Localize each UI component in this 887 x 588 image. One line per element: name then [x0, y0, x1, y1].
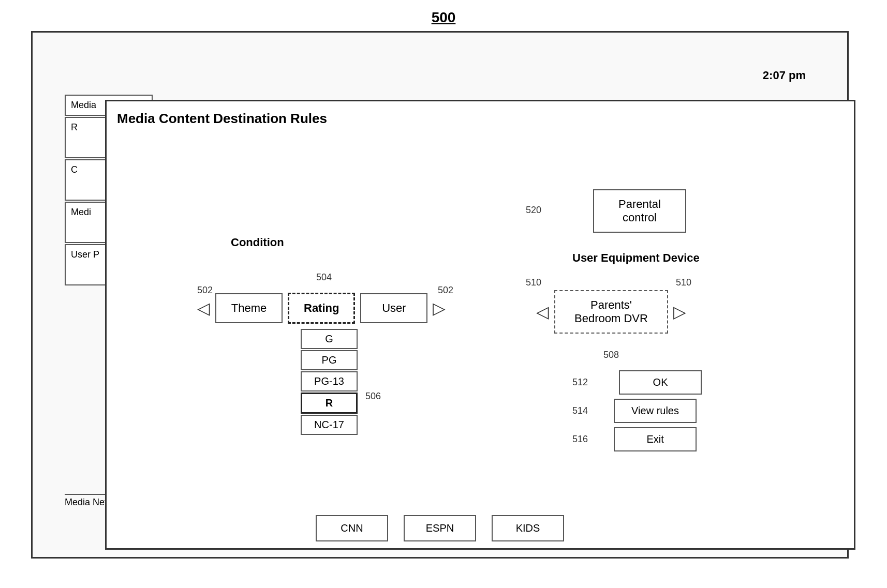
device-right-arrow-icon[interactable]: ▷ [673, 302, 686, 322]
left-arrow-icon[interactable]: ◁ [197, 298, 210, 318]
device-left-arrow-icon[interactable]: ◁ [536, 302, 549, 322]
cnn-button[interactable]: CNN [316, 515, 388, 541]
view-rules-button[interactable]: View rules [614, 399, 697, 423]
ref-514: 514 [572, 405, 588, 416]
ref-520: 520 [526, 205, 541, 216]
rating-nc17[interactable]: NC-17 [301, 415, 358, 435]
ref-508: 508 [603, 350, 619, 360]
device-box[interactable]: Parents'Bedroom DVR [554, 290, 668, 334]
parental-control-label: Parentalcontrol [618, 198, 661, 224]
bottom-channels: CNN ESPN KIDS [316, 515, 564, 541]
rating-pg13[interactable]: PG-13 [301, 371, 358, 391]
main-dialog: Media Content Destination Rules Conditio… [105, 100, 855, 550]
ref-516: 516 [572, 434, 588, 445]
ref-512: 512 [572, 377, 588, 388]
ok-button[interactable]: OK [619, 370, 702, 395]
ref-510-left: 510 [526, 277, 541, 288]
kids-button[interactable]: KIDS [492, 515, 564, 541]
ref-510-right: 510 [676, 277, 691, 288]
condition-label: Condition [231, 236, 284, 249]
rating-r[interactable]: R [301, 393, 358, 414]
rating-list: G PG PG-13 R NC-17 [301, 329, 358, 435]
dialog-title: Media Content Destination Rules [107, 101, 854, 132]
time-display: 2:07 pm [763, 69, 806, 82]
espn-button[interactable]: ESPN [404, 515, 476, 541]
device-label: Parents'Bedroom DVR [574, 298, 648, 325]
diagram-number: 500 [432, 9, 456, 26]
device-row: ◁ Parents'Bedroom DVR ▷ [536, 290, 686, 334]
ref-506: 506 [365, 391, 381, 402]
condition-row: ◁ Theme Rating User ▷ [197, 293, 446, 324]
ref-504: 504 [316, 272, 332, 283]
parental-control-box[interactable]: Parentalcontrol [593, 189, 686, 233]
right-arrow-icon[interactable]: ▷ [433, 298, 446, 318]
rating-g[interactable]: G [301, 329, 358, 349]
ued-label: User Equipment Device [572, 251, 700, 265]
rating-pg[interactable]: PG [301, 350, 358, 370]
exit-button[interactable]: Exit [614, 427, 697, 451]
user-box[interactable]: User [360, 293, 427, 323]
rating-box[interactable]: Rating [288, 293, 355, 324]
action-buttons: 512 OK 514 View rules 516 Exit [572, 370, 702, 451]
background-screen: 2:07 pm 502 Media R C Medi User P Media … [31, 31, 849, 559]
theme-box[interactable]: Theme [215, 293, 283, 323]
